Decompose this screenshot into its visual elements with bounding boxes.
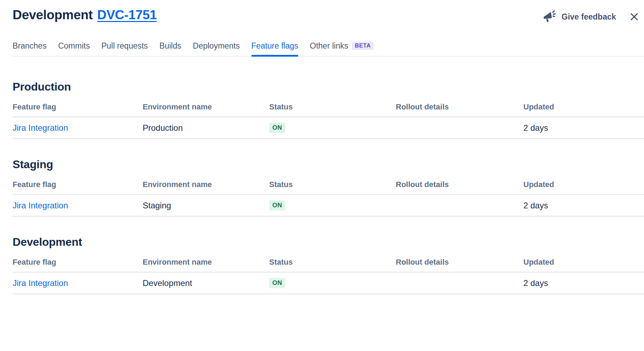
page-title: Development DVC-1751: [13, 8, 157, 22]
table-header-row: Feature flag Environment name Status Rol…: [13, 102, 644, 117]
tab-commits[interactable]: Commits: [58, 41, 90, 56]
column-header-environment-name: Environment name: [143, 102, 269, 112]
table-header-row: Feature flag Environment name Status Rol…: [13, 258, 644, 273]
column-header-feature-flag: Feature flag: [13, 180, 143, 189]
column-header-updated: Updated: [523, 180, 644, 189]
column-header-rollout-details: Rollout details: [396, 258, 523, 267]
status-badge: ON: [269, 123, 285, 133]
column-header-status: Status: [269, 258, 396, 267]
column-header-environment-name: Environment name: [143, 180, 269, 189]
tab-label: Builds: [159, 41, 181, 51]
tab-feature-flags[interactable]: Feature flags: [251, 41, 298, 56]
tab-label: Branches: [13, 41, 46, 51]
table-row: Jira Integration Development ON 2 days: [13, 273, 644, 294]
tab-bar: Branches Commits Pull requests Builds De…: [13, 41, 644, 57]
column-header-rollout-details: Rollout details: [396, 180, 523, 189]
tab-label: Feature flags: [251, 41, 298, 51]
tab-other-links[interactable]: Other links BETA: [310, 41, 374, 56]
section-staging: Staging Feature flag Environment name St…: [13, 158, 644, 217]
tab-label: Deployments: [193, 41, 240, 51]
close-button[interactable]: [629, 11, 640, 22]
table-row: Jira Integration Production ON 2 days: [13, 117, 644, 139]
column-header-status: Status: [269, 102, 396, 112]
column-header-status: Status: [269, 180, 396, 189]
column-header-rollout-details: Rollout details: [396, 102, 523, 112]
column-header-feature-flag: Feature flag: [13, 102, 143, 112]
give-feedback-button[interactable]: Give feedback: [542, 10, 616, 24]
section-production: Production Feature flag Environment name…: [13, 80, 644, 139]
page-title-text: Development: [13, 8, 93, 22]
section-heading: Development: [13, 236, 644, 249]
tab-deployments[interactable]: Deployments: [193, 41, 240, 56]
feature-flag-link[interactable]: Jira Integration: [13, 201, 68, 210]
tab-label: Other links: [310, 41, 348, 51]
status-badge: ON: [269, 200, 285, 210]
section-heading: Production: [13, 80, 644, 93]
megaphone-icon: [542, 10, 557, 24]
beta-badge: BETA: [352, 42, 374, 50]
updated-value: 2 days: [523, 123, 548, 133]
section-heading: Staging: [13, 158, 644, 171]
header-actions: Give feedback: [542, 8, 640, 24]
section-development: Development Feature flag Environment nam…: [13, 236, 644, 294]
column-header-environment-name: Environment name: [143, 258, 269, 267]
environment-name-value: Production: [143, 123, 183, 133]
column-header-updated: Updated: [523, 102, 644, 112]
close-icon: [629, 18, 640, 23]
feature-flag-link[interactable]: Jira Integration: [13, 278, 68, 288]
feature-flags-panel: Production Feature flag Environment name…: [0, 80, 644, 294]
environment-name-value: Staging: [143, 201, 171, 210]
environment-name-value: Development: [143, 278, 192, 288]
column-header-feature-flag: Feature flag: [13, 258, 143, 267]
give-feedback-label: Give feedback: [561, 12, 616, 22]
table-row: Jira Integration Staging ON 2 days: [13, 195, 644, 217]
tab-branches[interactable]: Branches: [13, 41, 46, 56]
feature-flag-link[interactable]: Jira Integration: [13, 123, 68, 133]
table-header-row: Feature flag Environment name Status Rol…: [13, 180, 644, 195]
issue-key-link[interactable]: DVC-1751: [97, 8, 157, 22]
updated-value: 2 days: [523, 201, 548, 210]
tab-builds[interactable]: Builds: [159, 41, 181, 56]
tab-label: Commits: [58, 41, 90, 51]
tab-label: Pull requests: [101, 41, 148, 51]
tab-pull-requests[interactable]: Pull requests: [101, 41, 148, 56]
status-badge: ON: [269, 278, 285, 288]
dialog-header: Development DVC-1751 Give feedback: [0, 0, 644, 24]
column-header-updated: Updated: [523, 258, 644, 267]
updated-value: 2 days: [523, 278, 548, 288]
